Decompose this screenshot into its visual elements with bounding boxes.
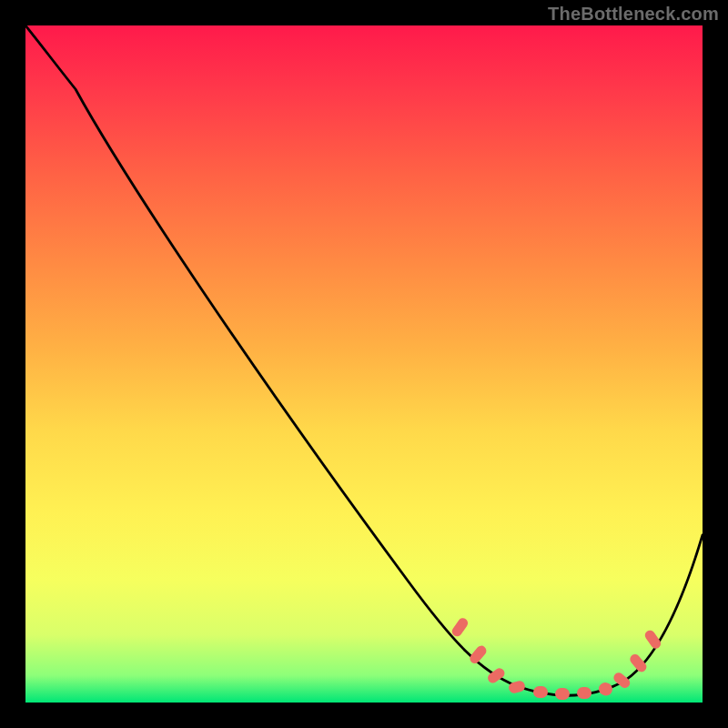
- watermark-text: TheBottleneck.com: [548, 4, 719, 25]
- chart-container: TheBottleneck.com: [0, 0, 728, 728]
- plot-area: [25, 25, 703, 703]
- gradient-background: [25, 25, 703, 703]
